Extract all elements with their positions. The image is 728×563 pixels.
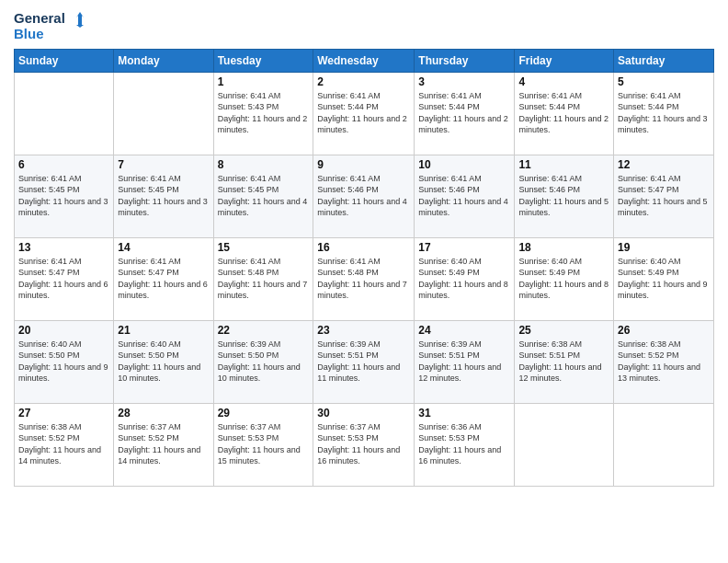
day-number: 25 xyxy=(518,324,609,337)
weekday-header-tuesday: Tuesday xyxy=(213,50,313,73)
day-number: 28 xyxy=(118,407,209,419)
day-detail: Sunrise: 6:39 AM Sunset: 5:51 PM Dayligh… xyxy=(418,339,510,384)
day-detail: Sunrise: 6:41 AM Sunset: 5:44 PM Dayligh… xyxy=(518,90,609,135)
day-cell: 28Sunrise: 6:37 AM Sunset: 5:52 PM Dayli… xyxy=(114,404,213,487)
day-cell: 4Sunrise: 6:41 AM Sunset: 5:44 PM Daylig… xyxy=(515,73,614,155)
day-number: 4 xyxy=(518,75,609,88)
day-cell: 1Sunrise: 6:41 AM Sunset: 5:43 PM Daylig… xyxy=(213,73,313,155)
svg-marker-0 xyxy=(76,12,84,28)
day-cell: 16Sunrise: 6:41 AM Sunset: 5:48 PM Dayli… xyxy=(313,238,415,321)
day-number: 21 xyxy=(118,324,209,337)
day-number: 10 xyxy=(418,158,510,171)
day-number: 19 xyxy=(618,241,710,254)
day-detail: Sunrise: 6:38 AM Sunset: 5:52 PM Dayligh… xyxy=(18,421,109,466)
week-row-4: 20Sunrise: 6:40 AM Sunset: 5:50 PM Dayli… xyxy=(15,321,714,404)
week-row-5: 27Sunrise: 6:38 AM Sunset: 5:52 PM Dayli… xyxy=(15,404,714,487)
day-detail: Sunrise: 6:41 AM Sunset: 5:47 PM Dayligh… xyxy=(118,256,209,301)
day-number: 11 xyxy=(518,158,609,171)
weekday-header-friday: Friday xyxy=(515,50,614,73)
day-number: 31 xyxy=(418,407,510,419)
day-number: 6 xyxy=(18,158,109,171)
day-detail: Sunrise: 6:41 AM Sunset: 5:44 PM Dayligh… xyxy=(618,90,710,135)
weekday-header-thursday: Thursday xyxy=(415,50,515,73)
day-cell xyxy=(15,73,114,155)
day-number: 16 xyxy=(317,241,410,254)
day-number: 13 xyxy=(18,241,109,254)
day-detail: Sunrise: 6:40 AM Sunset: 5:49 PM Dayligh… xyxy=(618,256,710,301)
day-cell: 30Sunrise: 6:37 AM Sunset: 5:53 PM Dayli… xyxy=(313,404,415,487)
logo-text-block: General Blue xyxy=(14,9,85,41)
day-cell: 18Sunrise: 6:40 AM Sunset: 5:49 PM Dayli… xyxy=(515,238,614,321)
day-number: 27 xyxy=(18,407,109,419)
day-cell: 3Sunrise: 6:41 AM Sunset: 5:44 PM Daylig… xyxy=(415,73,515,155)
day-cell: 22Sunrise: 6:39 AM Sunset: 5:50 PM Dayli… xyxy=(213,321,313,404)
day-number: 9 xyxy=(317,158,410,171)
day-detail: Sunrise: 6:41 AM Sunset: 5:43 PM Dayligh… xyxy=(218,90,310,135)
week-row-1: 1Sunrise: 6:41 AM Sunset: 5:43 PM Daylig… xyxy=(15,73,714,155)
day-cell: 10Sunrise: 6:41 AM Sunset: 5:46 PM Dayli… xyxy=(415,155,515,238)
logo-blue: Blue xyxy=(14,26,44,41)
day-detail: Sunrise: 6:39 AM Sunset: 5:51 PM Dayligh… xyxy=(317,339,410,384)
day-detail: Sunrise: 6:40 AM Sunset: 5:49 PM Dayligh… xyxy=(518,256,609,301)
day-detail: Sunrise: 6:41 AM Sunset: 5:45 PM Dayligh… xyxy=(18,173,109,218)
day-cell: 9Sunrise: 6:41 AM Sunset: 5:46 PM Daylig… xyxy=(313,155,415,238)
day-number: 20 xyxy=(18,324,109,337)
day-detail: Sunrise: 6:41 AM Sunset: 5:47 PM Dayligh… xyxy=(18,256,109,301)
day-cell xyxy=(114,73,213,155)
day-number: 7 xyxy=(118,158,209,171)
day-detail: Sunrise: 6:37 AM Sunset: 5:53 PM Dayligh… xyxy=(218,421,310,466)
logo: General Blue xyxy=(14,9,85,41)
day-number: 1 xyxy=(218,75,310,88)
logo-arrow-icon xyxy=(67,9,85,28)
day-cell: 29Sunrise: 6:37 AM Sunset: 5:53 PM Dayli… xyxy=(213,404,313,487)
day-detail: Sunrise: 6:39 AM Sunset: 5:50 PM Dayligh… xyxy=(218,339,310,384)
day-cell: 14Sunrise: 6:41 AM Sunset: 5:47 PM Dayli… xyxy=(114,238,213,321)
day-number: 30 xyxy=(317,407,410,419)
page: General Blue SundayMondayTuesdayWednesda… xyxy=(0,0,728,563)
day-cell: 5Sunrise: 6:41 AM Sunset: 5:44 PM Daylig… xyxy=(614,73,714,155)
day-cell: 15Sunrise: 6:41 AM Sunset: 5:48 PM Dayli… xyxy=(213,238,313,321)
day-detail: Sunrise: 6:41 AM Sunset: 5:44 PM Dayligh… xyxy=(418,90,510,135)
day-number: 8 xyxy=(218,158,310,171)
day-number: 14 xyxy=(118,241,209,254)
day-cell: 8Sunrise: 6:41 AM Sunset: 5:45 PM Daylig… xyxy=(213,155,313,238)
weekday-header-row: SundayMondayTuesdayWednesdayThursdayFrid… xyxy=(15,50,714,73)
day-cell: 6Sunrise: 6:41 AM Sunset: 5:45 PM Daylig… xyxy=(15,155,114,238)
day-number: 3 xyxy=(418,75,510,88)
day-detail: Sunrise: 6:40 AM Sunset: 5:49 PM Dayligh… xyxy=(418,256,510,301)
day-number: 24 xyxy=(418,324,510,337)
day-number: 17 xyxy=(418,241,510,254)
day-detail: Sunrise: 6:41 AM Sunset: 5:44 PM Dayligh… xyxy=(317,90,410,135)
day-detail: Sunrise: 6:41 AM Sunset: 5:48 PM Dayligh… xyxy=(218,256,310,301)
day-cell: 24Sunrise: 6:39 AM Sunset: 5:51 PM Dayli… xyxy=(415,321,515,404)
day-detail: Sunrise: 6:41 AM Sunset: 5:47 PM Dayligh… xyxy=(618,173,710,218)
day-detail: Sunrise: 6:37 AM Sunset: 5:53 PM Dayligh… xyxy=(317,421,410,466)
day-detail: Sunrise: 6:41 AM Sunset: 5:46 PM Dayligh… xyxy=(317,173,410,218)
weekday-header-wednesday: Wednesday xyxy=(313,50,415,73)
day-number: 2 xyxy=(317,75,410,88)
day-cell: 2Sunrise: 6:41 AM Sunset: 5:44 PM Daylig… xyxy=(313,73,415,155)
day-number: 15 xyxy=(218,241,310,254)
day-detail: Sunrise: 6:41 AM Sunset: 5:48 PM Dayligh… xyxy=(317,256,410,301)
day-detail: Sunrise: 6:38 AM Sunset: 5:51 PM Dayligh… xyxy=(518,339,609,384)
day-number: 29 xyxy=(218,407,310,419)
weekday-header-monday: Monday xyxy=(114,50,213,73)
logo-general: General xyxy=(14,10,65,26)
day-cell: 7Sunrise: 6:41 AM Sunset: 5:45 PM Daylig… xyxy=(114,155,213,238)
day-cell: 23Sunrise: 6:39 AM Sunset: 5:51 PM Dayli… xyxy=(313,321,415,404)
weekday-header-saturday: Saturday xyxy=(614,50,714,73)
header: General Blue xyxy=(14,9,714,41)
day-cell: 13Sunrise: 6:41 AM Sunset: 5:47 PM Dayli… xyxy=(15,238,114,321)
day-cell: 26Sunrise: 6:38 AM Sunset: 5:52 PM Dayli… xyxy=(614,321,714,404)
day-detail: Sunrise: 6:36 AM Sunset: 5:53 PM Dayligh… xyxy=(418,421,510,466)
week-row-3: 13Sunrise: 6:41 AM Sunset: 5:47 PM Dayli… xyxy=(15,238,714,321)
day-detail: Sunrise: 6:41 AM Sunset: 5:45 PM Dayligh… xyxy=(118,173,209,218)
calendar-table: SundayMondayTuesdayWednesdayThursdayFrid… xyxy=(14,49,714,487)
day-detail: Sunrise: 6:40 AM Sunset: 5:50 PM Dayligh… xyxy=(118,339,209,384)
day-detail: Sunrise: 6:40 AM Sunset: 5:50 PM Dayligh… xyxy=(18,339,109,384)
day-detail: Sunrise: 6:41 AM Sunset: 5:46 PM Dayligh… xyxy=(418,173,510,218)
day-number: 22 xyxy=(218,324,310,337)
week-row-2: 6Sunrise: 6:41 AM Sunset: 5:45 PM Daylig… xyxy=(15,155,714,238)
day-cell: 21Sunrise: 6:40 AM Sunset: 5:50 PM Dayli… xyxy=(114,321,213,404)
day-cell xyxy=(515,404,614,487)
